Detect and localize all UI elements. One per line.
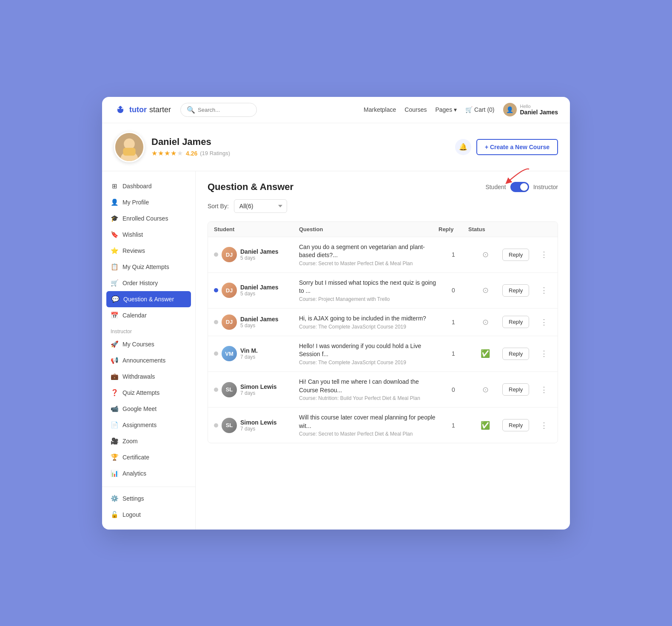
table-row: VM Vin M. 7 days Hello! I was wondering … xyxy=(208,336,558,372)
nav-courses[interactable]: Courses xyxy=(404,106,427,113)
sidebar-item-google-meet[interactable]: 📹 Google Meet xyxy=(102,401,195,417)
sidebar-item-enrolled-courses[interactable]: 🎓 Enrolled Courses xyxy=(102,210,195,227)
user-info[interactable]: 👤 Hello Daniel James xyxy=(503,103,558,116)
sidebar-item-announcements[interactable]: 📢 Announcements xyxy=(102,352,195,368)
sidebar-item-my-quiz-attempts[interactable]: 📋 My Quiz Attempts xyxy=(102,259,195,275)
cart-label: Cart (0) xyxy=(474,106,494,113)
question-text-2: Sorry but I missed what topics the next … xyxy=(299,279,439,295)
reply-button-5[interactable]: Reply xyxy=(502,383,529,396)
question-text-5: Hi! Can you tell me where I can download… xyxy=(299,378,439,394)
sidebar-item-logout[interactable]: 🔓 Logout xyxy=(102,507,195,523)
sidebar-label-analytics: Analytics xyxy=(122,470,146,477)
table-row: DJ Daniel James 5 days Can you do a segm… xyxy=(208,237,558,273)
announcements-icon: 📢 xyxy=(111,357,118,364)
svg-point-3 xyxy=(124,138,135,149)
unread-dot-5 xyxy=(214,388,218,392)
notification-bell-button[interactable]: 🔔 xyxy=(455,139,471,155)
sidebar-item-settings[interactable]: ⚙️ Settings xyxy=(102,490,195,507)
user-avatar-small: 👤 xyxy=(503,103,517,116)
cart-icon: 🛒 xyxy=(465,106,473,113)
sidebar-item-my-courses[interactable]: 🚀 My Courses xyxy=(102,336,195,352)
student-cell-3: DJ Daniel James 5 days xyxy=(214,314,299,330)
logout-icon: 🔓 xyxy=(111,511,118,518)
question-text-1: Can you do a segment on vegetarian and p… xyxy=(299,243,439,260)
question-cell-4: Hello! I was wondering if you could hold… xyxy=(299,342,439,365)
sidebar-item-my-profile[interactable]: 👤 My Profile xyxy=(102,194,195,210)
sidebar-item-reviews[interactable]: ⭐ Reviews xyxy=(102,243,195,259)
table-row: DJ Daniel James 5 days Sorry but I misse… xyxy=(208,273,558,309)
sidebar-label-my-courses: My Courses xyxy=(122,341,154,348)
qa-table: Student Question Reply Status DJ Daniel … xyxy=(208,221,558,444)
nav-marketplace[interactable]: Marketplace xyxy=(364,106,396,113)
reply-button-6[interactable]: Reply xyxy=(502,419,529,431)
more-button-6[interactable]: ⋮ xyxy=(536,419,552,432)
question-course-3: Course: The Complete JavaScript Course 2… xyxy=(299,324,439,330)
search-box[interactable]: 🔍 xyxy=(180,103,257,117)
student-time-3: 5 days xyxy=(240,323,279,329)
app-window: tutorstarter 🔍 Marketplace Courses Pages… xyxy=(102,97,570,530)
nav-pages[interactable]: Pages ▾ xyxy=(435,106,457,113)
page-title: Question & Answer xyxy=(208,181,293,193)
status-cell-2: ⊙ xyxy=(468,286,502,295)
sidebar-item-analytics[interactable]: 📊 Analytics xyxy=(102,465,195,482)
sidebar-item-calendar[interactable]: 📅 Calendar xyxy=(102,307,195,323)
sidebar-item-zoom[interactable]: 🎥 Zoom xyxy=(102,433,195,449)
sidebar-item-wishlist[interactable]: 🔖 Wishlist xyxy=(102,227,195,243)
stars: ★★★★★ xyxy=(151,149,183,157)
sidebar-label-quiz-attempts: Quiz Attempts xyxy=(122,389,159,396)
reply-button-3[interactable]: Reply xyxy=(502,316,529,328)
more-button-3[interactable]: ⋮ xyxy=(536,316,552,329)
sidebar-item-assignments[interactable]: 📄 Assignments xyxy=(102,417,195,433)
sidebar-label-order-history: Order History xyxy=(122,280,158,286)
svg-rect-5 xyxy=(123,147,135,155)
th-more xyxy=(536,226,552,232)
status-icon-1: ⊙ xyxy=(482,250,489,259)
reply-actions-1: Reply xyxy=(502,249,536,261)
more-button-1[interactable]: ⋮ xyxy=(536,248,552,261)
my-courses-icon: 🚀 xyxy=(111,340,118,348)
reply-button-4[interactable]: Reply xyxy=(502,348,529,360)
status-icon-3: ⊙ xyxy=(482,317,489,327)
student-time-2: 5 days xyxy=(240,291,279,297)
sidebar-label-logout: Logout xyxy=(122,511,141,518)
reply-count-6: 1 xyxy=(439,422,468,429)
rating-score: 4.26 xyxy=(186,150,197,157)
reply-button-1[interactable]: Reply xyxy=(502,249,529,261)
reply-button-2[interactable]: Reply xyxy=(502,284,529,297)
th-status: Status xyxy=(468,226,502,232)
analytics-icon: 📊 xyxy=(111,470,118,477)
sidebar-label-zoom: Zoom xyxy=(122,438,138,445)
sidebar-label-dashboard: Dashboard xyxy=(122,183,152,190)
question-course-6: Course: Secret to Master Perfect Diet & … xyxy=(299,431,439,437)
student-name-2: Daniel James xyxy=(240,284,279,291)
student-cell-2: DJ Daniel James 5 days xyxy=(214,283,299,298)
google-meet-icon: 📹 xyxy=(111,405,118,413)
more-button-5[interactable]: ⋮ xyxy=(536,383,552,396)
sidebar-item-order-history[interactable]: 🛒 Order History xyxy=(102,275,195,291)
student-name-1: Daniel James xyxy=(240,248,279,255)
more-button-2[interactable]: ⋮ xyxy=(536,284,552,297)
sidebar-item-dashboard[interactable]: ⊞ Dashboard xyxy=(102,178,195,194)
sidebar-label-question-answer: Question & Answer xyxy=(123,296,174,303)
create-new-course-button[interactable]: + Create a New Course xyxy=(476,139,558,155)
sidebar-item-certificate[interactable]: 🏆 Certificate xyxy=(102,449,195,465)
th-question: Question xyxy=(299,226,439,232)
question-course-1: Course: Secret to Master Perfect Diet & … xyxy=(299,261,439,266)
more-button-4[interactable]: ⋮ xyxy=(536,347,552,360)
cart-button[interactable]: 🛒 Cart (0) xyxy=(465,106,494,113)
question-cell-3: Hi, is AJAX going to be included in the … xyxy=(299,314,439,330)
sidebar: ⊞ Dashboard 👤 My Profile 🎓 Enrolled Cour… xyxy=(102,171,196,530)
logo-icon xyxy=(114,105,127,114)
sidebar-item-quiz-attempts[interactable]: ❓ Quiz Attempts xyxy=(102,385,195,401)
student-name-3: Daniel James xyxy=(240,316,279,323)
sort-select[interactable]: All(6) Answered Unanswered xyxy=(234,199,287,213)
student-cell-5: SL Simon Lewis 7 days xyxy=(214,382,299,397)
sidebar-label-google-meet: Google Meet xyxy=(122,405,157,412)
table-row: SL Simon Lewis 7 days Will this course l… xyxy=(208,408,558,443)
reply-count-3: 1 xyxy=(439,319,468,326)
quiz-icon: ❓ xyxy=(111,389,118,397)
search-input[interactable] xyxy=(198,107,251,113)
sidebar-item-withdrawals[interactable]: 💼 Withdrawals xyxy=(102,368,195,385)
sidebar-item-question-answer[interactable]: 💬 Question & Answer xyxy=(106,291,191,307)
reply-count-4: 1 xyxy=(439,350,468,357)
